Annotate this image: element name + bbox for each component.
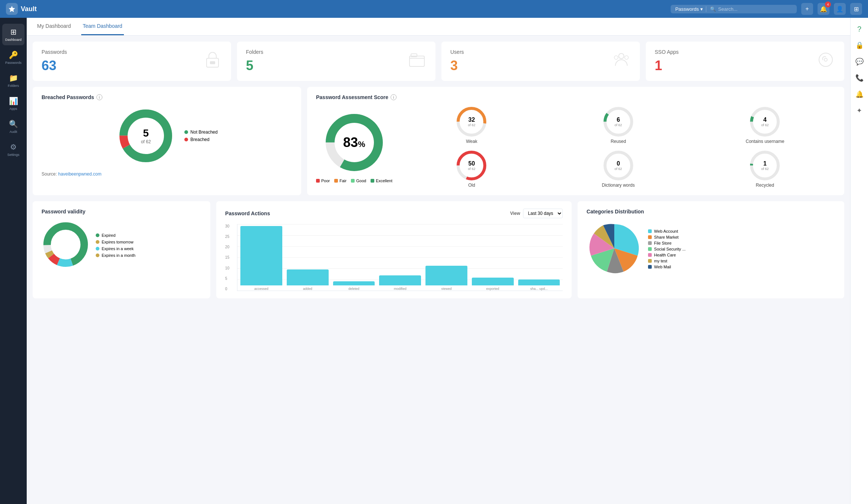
mini-donut-username: 4 of 62 Contains username xyxy=(695,106,835,144)
tab-team-dashboard[interactable]: Team Dashboard xyxy=(81,18,124,35)
breached-donut: 5 of 62 xyxy=(116,106,175,166)
pie-legend-label: Social Security ... xyxy=(654,247,685,251)
sso-icon xyxy=(816,50,835,73)
sidebar-item-audit[interactable]: 🔍 Audit xyxy=(2,116,24,137)
add-button[interactable]: + xyxy=(801,3,813,15)
bar xyxy=(240,226,282,285)
sidebar-label-audit: Audit xyxy=(10,130,17,134)
legend-fair: Fair xyxy=(334,179,346,183)
star-button[interactable]: ✦ xyxy=(853,104,866,117)
pie-legend-label: Share Market xyxy=(654,235,678,239)
chat-button[interactable]: 💬 xyxy=(853,55,866,68)
sidebar-item-passwords[interactable]: 🔑 Passwords xyxy=(2,47,24,68)
grid-button[interactable]: ⊞ xyxy=(850,3,862,15)
sidebar-item-dashboard[interactable]: ⊞ Dashboard xyxy=(2,24,24,45)
mini-donut-weak: 32 of 62 Weak xyxy=(401,106,542,144)
folders-icon xyxy=(407,50,427,73)
mini-metric-label: Dictionary words xyxy=(602,183,635,188)
sidebar-label-apps: Apps xyxy=(10,107,17,111)
search-filter-label: Passwords xyxy=(675,6,699,12)
validity-title: Password validity xyxy=(42,209,201,215)
bar-group: added xyxy=(287,269,329,291)
view-select[interactable]: Last 30 days xyxy=(523,209,563,218)
sidebar-item-apps[interactable]: 📊 Apps xyxy=(2,93,24,114)
pie-legend-label: Web Mail xyxy=(654,265,671,269)
bar-group: modified xyxy=(379,275,421,291)
assessment-inner: 83% Poor Fair xyxy=(316,106,835,188)
phone-button[interactable]: 📞 xyxy=(853,71,866,85)
stat-label-sso: SSO Apps xyxy=(655,49,679,55)
sidebar: ⊞ Dashboard 🔑 Passwords 📁 Folders 📊 Apps… xyxy=(0,18,27,504)
chart-grid: accessed added deleted modified viewed e… xyxy=(237,224,563,291)
bar-group: deleted xyxy=(333,281,375,291)
assessment-main: 83% Poor Fair xyxy=(316,106,392,188)
mini-label-inner: 50 of 62 xyxy=(468,160,475,171)
mini-donut-reused: 6 of 62 Reused xyxy=(548,106,688,144)
pie-legend-dot xyxy=(648,229,652,233)
legend-tomorrow: Expires tomorrow xyxy=(96,240,135,244)
bar-label: accessed xyxy=(254,287,268,291)
right-sidebar: ? 🔒 💬 📞 🔔 ✦ xyxy=(850,18,868,504)
score-legend: Poor Fair Good xyxy=(316,179,392,183)
actions-title: Password Actions View Last 30 days xyxy=(225,209,563,218)
mini-label-inner: 32 of 62 xyxy=(468,116,475,127)
pie-legend-item: Web Account xyxy=(648,229,685,233)
stat-card-passwords: Passwords 63 xyxy=(33,42,231,81)
help-button[interactable]: ? xyxy=(853,22,866,36)
sidebar-item-folders[interactable]: 📁 Folders xyxy=(2,70,24,91)
bar-label: sha... upd... xyxy=(530,287,548,291)
notifications-button[interactable]: 🔔 4 xyxy=(818,3,829,15)
alert-button[interactable]: 🔔 xyxy=(853,88,866,101)
pie-legend-item: Share Market xyxy=(648,235,685,239)
mini-donut-svg-wrap: 4 of 62 xyxy=(749,106,780,137)
categories-inner: Web Account Share Market File Store Soci… xyxy=(586,220,835,278)
mini-donut-svg-wrap: 1 of 62 xyxy=(749,150,780,181)
stat-value-sso: 1 xyxy=(655,58,679,73)
validity-card: Password validity xyxy=(33,201,210,298)
bar xyxy=(379,275,421,285)
bar-label: deleted xyxy=(348,287,359,291)
legend-poor: Poor xyxy=(316,179,330,183)
legend-breached: Breached xyxy=(184,137,217,142)
sidebar-label-settings: Settings xyxy=(7,153,20,157)
mini-label-inner: 1 of 62 xyxy=(761,160,769,171)
logo: Vault xyxy=(6,3,37,15)
lock-button[interactable]: 🔒 xyxy=(853,39,866,52)
legend-expired: Expired xyxy=(96,233,135,238)
pie-legend-dot xyxy=(648,265,652,269)
pie-legend-label: Web Account xyxy=(654,229,678,233)
sidebar-label-dashboard: Dashboard xyxy=(5,38,22,42)
svg-point-5 xyxy=(619,53,624,59)
validity-legend: Expired Expires tomorrow Expires in a we… xyxy=(96,233,135,258)
avatar-button[interactable]: 👤 xyxy=(834,3,846,15)
stat-label-passwords: Passwords xyxy=(42,49,67,55)
bar xyxy=(472,278,514,285)
pie-legend-item: Health Care xyxy=(648,253,685,257)
categories-card: Categories Distribution xyxy=(578,201,844,298)
search-bar[interactable]: Passwords ▾ 🔍 xyxy=(671,5,797,13)
bar xyxy=(425,266,467,285)
mini-label-inner: 0 of 62 xyxy=(615,160,622,171)
search-input[interactable] xyxy=(718,6,792,12)
svg-rect-2 xyxy=(210,61,215,64)
assessment-donut: 83% xyxy=(323,111,386,174)
source-text: Source: haveibeenpwned.com xyxy=(42,171,292,177)
pie-legend-dot xyxy=(648,247,652,251)
tomorrow-dot xyxy=(96,240,99,244)
source-link[interactable]: haveibeenpwned.com xyxy=(58,171,102,177)
validity-inner: Expired Expires tomorrow Expires in a we… xyxy=(42,220,201,270)
content-area: My Dashboard Team Dashboard Passwords 63 xyxy=(27,18,850,504)
sidebar-item-settings[interactable]: ⚙ Settings xyxy=(2,139,24,160)
week-dot xyxy=(96,247,99,251)
search-filter[interactable]: Passwords ▾ xyxy=(675,6,706,12)
assessment-info-icon[interactable]: i xyxy=(391,94,397,100)
stat-card-sso: SSO Apps 1 xyxy=(646,42,844,81)
breached-info-icon[interactable]: i xyxy=(96,94,102,100)
bar xyxy=(333,281,375,285)
pie-legend-label: File Store xyxy=(654,241,671,245)
tab-my-dashboard[interactable]: My Dashboard xyxy=(36,18,72,35)
legend-month: Expires in a month xyxy=(96,253,135,258)
excellent-dot xyxy=(371,179,374,183)
key-icon: 🔑 xyxy=(9,50,18,59)
bar-label: viewed xyxy=(441,287,451,291)
